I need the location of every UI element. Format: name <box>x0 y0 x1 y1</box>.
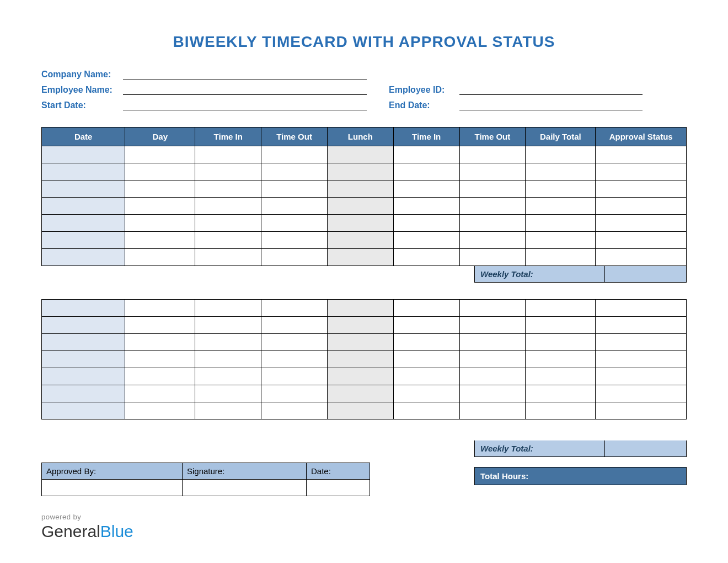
table-cell[interactable] <box>459 198 526 215</box>
table-cell[interactable] <box>596 368 687 385</box>
table-cell[interactable] <box>195 351 261 368</box>
table-cell[interactable] <box>393 351 459 368</box>
table-cell[interactable] <box>261 351 328 368</box>
table-cell[interactable] <box>393 198 459 215</box>
table-cell[interactable] <box>459 232 526 249</box>
table-cell[interactable] <box>42 317 125 334</box>
table-cell[interactable] <box>327 232 393 249</box>
table-cell[interactable] <box>393 317 459 334</box>
table-cell[interactable] <box>261 317 328 334</box>
table-cell[interactable] <box>526 198 596 215</box>
table-cell[interactable] <box>459 317 526 334</box>
table-cell[interactable] <box>596 249 687 266</box>
table-cell[interactable] <box>596 300 687 317</box>
table-cell[interactable] <box>261 385 328 402</box>
employee-id-field[interactable] <box>459 83 643 95</box>
table-cell[interactable] <box>42 300 125 317</box>
company-name-field[interactable] <box>123 67 367 79</box>
table-cell[interactable] <box>459 146 526 163</box>
table-cell[interactable] <box>393 385 459 402</box>
table-cell[interactable] <box>327 180 393 198</box>
table-cell[interactable] <box>526 351 596 368</box>
table-cell[interactable] <box>526 146 596 163</box>
table-cell[interactable] <box>393 215 459 232</box>
table-cell[interactable] <box>459 402 526 419</box>
table-cell[interactable] <box>261 402 328 419</box>
table-cell[interactable] <box>459 368 526 385</box>
table-cell[interactable] <box>195 249 261 266</box>
table-cell[interactable] <box>125 385 195 402</box>
table-cell[interactable] <box>596 198 687 215</box>
table-cell[interactable] <box>327 368 393 385</box>
table-cell[interactable] <box>42 215 125 232</box>
table-cell[interactable] <box>195 300 261 317</box>
table-cell[interactable] <box>526 334 596 351</box>
table-cell[interactable] <box>125 232 195 249</box>
table-cell[interactable] <box>526 368 596 385</box>
table-cell[interactable] <box>195 232 261 249</box>
table-cell[interactable] <box>596 215 687 232</box>
table-cell[interactable] <box>195 215 261 232</box>
table-cell[interactable] <box>42 385 125 402</box>
table-cell[interactable] <box>526 402 596 419</box>
table-cell[interactable] <box>42 180 125 198</box>
table-cell[interactable] <box>327 198 393 215</box>
table-cell[interactable] <box>327 215 393 232</box>
table-cell[interactable] <box>261 334 328 351</box>
table-cell[interactable] <box>261 180 328 198</box>
table-cell[interactable] <box>596 402 687 419</box>
table-cell[interactable] <box>195 163 261 180</box>
signature-field[interactable] <box>183 480 307 496</box>
table-cell[interactable] <box>327 300 393 317</box>
table-cell[interactable] <box>261 232 328 249</box>
table-cell[interactable] <box>261 300 328 317</box>
table-cell[interactable] <box>596 180 687 198</box>
table-cell[interactable] <box>125 215 195 232</box>
table-cell[interactable] <box>327 351 393 368</box>
table-cell[interactable] <box>42 198 125 215</box>
table-cell[interactable] <box>42 232 125 249</box>
table-cell[interactable] <box>393 334 459 351</box>
table-cell[interactable] <box>393 368 459 385</box>
table-cell[interactable] <box>526 385 596 402</box>
table-cell[interactable] <box>526 249 596 266</box>
table-cell[interactable] <box>125 300 195 317</box>
table-cell[interactable] <box>526 180 596 198</box>
table-cell[interactable] <box>42 368 125 385</box>
table-cell[interactable] <box>459 163 526 180</box>
table-cell[interactable] <box>526 163 596 180</box>
table-cell[interactable] <box>327 334 393 351</box>
table-cell[interactable] <box>261 198 328 215</box>
table-cell[interactable] <box>596 163 687 180</box>
table-cell[interactable] <box>327 146 393 163</box>
table-cell[interactable] <box>195 198 261 215</box>
table-cell[interactable] <box>596 232 687 249</box>
table-cell[interactable] <box>327 385 393 402</box>
table-cell[interactable] <box>393 300 459 317</box>
table-cell[interactable] <box>459 334 526 351</box>
table-cell[interactable] <box>42 351 125 368</box>
table-cell[interactable] <box>125 351 195 368</box>
table-cell[interactable] <box>393 146 459 163</box>
table-cell[interactable] <box>195 146 261 163</box>
table-cell[interactable] <box>125 163 195 180</box>
table-cell[interactable] <box>596 334 687 351</box>
table-cell[interactable] <box>195 317 261 334</box>
table-cell[interactable] <box>459 385 526 402</box>
table-cell[interactable] <box>526 300 596 317</box>
table-cell[interactable] <box>393 249 459 266</box>
table-cell[interactable] <box>327 402 393 419</box>
table-cell[interactable] <box>459 180 526 198</box>
table-cell[interactable] <box>195 402 261 419</box>
approved-by-field[interactable] <box>42 480 183 496</box>
table-cell[interactable] <box>393 163 459 180</box>
table-cell[interactable] <box>125 368 195 385</box>
table-cell[interactable] <box>195 334 261 351</box>
table-cell[interactable] <box>42 146 125 163</box>
table-cell[interactable] <box>327 163 393 180</box>
table-cell[interactable] <box>596 146 687 163</box>
table-cell[interactable] <box>526 317 596 334</box>
table-cell[interactable] <box>459 249 526 266</box>
table-cell[interactable] <box>125 146 195 163</box>
employee-name-field[interactable] <box>123 83 367 95</box>
